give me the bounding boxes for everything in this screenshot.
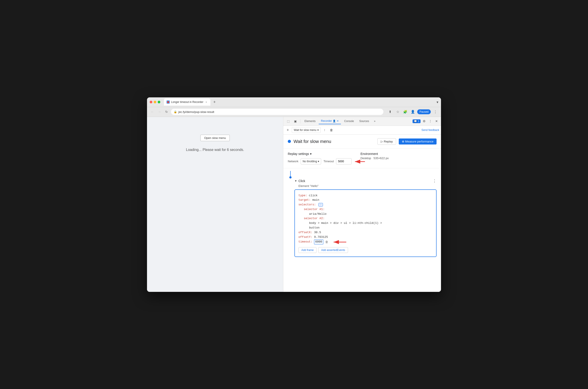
click-step-header[interactable]: ▼ Click ⋮ [294,178,437,183]
step-indicator-dot [289,176,292,178]
step-more-menu[interactable]: ⋮ [433,178,437,183]
forward-button: → [157,109,162,114]
code-selectors-line: selectors: ⬚ [298,202,433,207]
more-options-icon[interactable]: ⋮ [432,109,438,115]
page-content: Open slow menu Loading... Please wait fo… [147,117,283,292]
code-selector1-line: selector #1: [304,207,433,212]
close-traffic-light[interactable] [150,101,152,103]
settings-icon[interactable]: ⚙ [421,119,427,124]
measure-performance-button[interactable]: ⊕ Measure performance [399,138,437,144]
add-recording-btn[interactable]: + [285,127,290,133]
traffic-lights [150,101,160,103]
title-bar: 🔴 Longer timeout in Recorder × + ▾ [147,97,441,107]
minimize-traffic-light[interactable] [154,101,156,103]
step-line-bar [290,171,291,176]
selector-icon-badge[interactable]: ⬚ [318,203,323,206]
tab-elements[interactable]: Elements [302,118,318,124]
new-tab-btn[interactable]: + [211,99,217,105]
delete-btn[interactable]: 🗑 [329,127,334,133]
environment-section: Environment Desktop 535×622 px [360,152,389,160]
reload-button[interactable]: ↻ [164,109,169,114]
step-connector [288,168,437,178]
replay-settings-section: Replay settings ▾ Network No throttling … [283,149,441,168]
step-type-label: Click [298,179,305,183]
timeout-label: Timeout [323,160,334,163]
recording-dot [288,140,291,143]
environment-title: Environment [360,152,389,156]
add-frame-button[interactable]: Add frame [298,247,316,253]
tab-console[interactable]: Console [342,118,356,124]
timeout-input[interactable] [336,158,352,164]
timeout-row [336,158,352,164]
replay-button[interactable]: ▷ Replay [377,138,396,145]
code-selector1-val-line: aria/Hello [309,212,433,217]
devtools-close-icon[interactable]: ✕ [434,119,439,124]
code-offsetY-line: offsetY: 9.703125 [298,235,433,240]
step-line-container [288,170,293,178]
toolbar-icons: ⬆ ☆ 🧩 👤 Paused ⋮ [387,109,438,115]
inspect-icon[interactable]: ⬚ [285,118,291,124]
browser-window: 🔴 Longer timeout in Recorder × + ▾ ← → ↻… [147,97,441,292]
tab-close-recorder[interactable]: ✕ [337,120,339,123]
steps-area: ▼ Click ⋮ Element "Hello" type: click ta… [283,168,441,292]
chat-badge[interactable]: 💬 1 [413,119,420,123]
click-step: ▼ Click ⋮ Element "Hello" type: click ta… [294,178,437,257]
replay-settings-left: Replay settings ▾ Network No throttling … [288,152,352,164]
tab-favicon: 🔴 [167,100,170,104]
extensions-icon[interactable]: 🧩 [402,109,408,115]
add-asserted-events-button[interactable]: Add assertedEvents [318,247,348,253]
code-selector2-val2-line: button [309,226,433,230]
settings-row: Network No throttling ▾ Timeout [288,158,352,164]
tab-title: Longer timeout in Recorder [171,100,203,104]
recording-select[interactable]: Wait for slow menu ▾ [292,127,321,133]
share-icon[interactable]: ⬆ [387,109,393,115]
window-chevron[interactable]: ▾ [437,100,438,104]
recorder-header: Wait for slow menu ▷ Replay ⊕ Measure pe… [283,135,441,149]
lock-icon: 🔒 [174,110,177,113]
back-button: ← [150,109,155,114]
tab-close-btn[interactable]: × [205,100,208,104]
bookmark-icon[interactable]: ☆ [394,109,401,115]
code-offsetX-line: offsetX: 30.5 [298,230,433,235]
network-select[interactable]: No throttling ▾ [301,158,321,164]
step-actions: Add frame Add assertedEvents [298,247,433,253]
url-bar[interactable]: 🔒 jec.fyi/demo/pup-slow-result [171,109,383,115]
environment-value: Desktop 535×622 px [360,157,389,160]
code-target-line: target: main [298,198,433,202]
loading-text: Loading... Please wait for 6 seconds. [186,148,244,152]
main-content: Open slow menu Loading... Please wait fo… [147,117,441,292]
address-bar: ← → ↻ 🔒 jec.fyi/demo/pup-slow-result ⬆ ☆… [147,107,441,117]
paused-button[interactable]: Paused [417,109,431,114]
code-timeout-line: timeout: 6000 🗑 [298,239,433,245]
step-description: Element "Hello" [298,184,437,188]
url-text: jec.fyi/demo/pup-slow-result [178,110,214,114]
tab-bar: 🔴 Longer timeout in Recorder × + [164,98,435,106]
timeout-delete-icon[interactable]: 🗑 [325,240,328,245]
network-label: Network [288,160,298,163]
devtools-topbar: ⬚ ▣ Elements Recorder 👤 ✕ Console Source… [283,117,441,126]
export-btn[interactable]: ↑ [322,127,327,133]
code-type-line: type: click [298,194,433,198]
code-selector2-line: selector #2: [304,216,433,221]
red-arrow-annotation-2 [332,238,347,246]
maximize-traffic-light[interactable] [158,101,160,103]
more-tabs-btn[interactable]: » [372,119,377,124]
tab-recorder[interactable]: Recorder 👤 ✕ [319,118,341,124]
code-block: type: click target: main selectors: ⬚ se… [294,189,437,257]
send-feedback-link[interactable]: Send feedback [421,129,439,131]
step-collapse-arrow: ▼ [294,179,297,183]
tab-sources[interactable]: Sources [357,118,371,124]
recorder-toolbar: + Wait for slow menu ▾ ↑ 🗑 Send feedback [283,126,441,135]
profile-icon[interactable]: 👤 [410,109,416,115]
device-icon[interactable]: ▣ [292,118,298,124]
code-selector2-val-line: body > main > div > ul > li:nth-child(1)… [309,221,433,226]
active-tab[interactable]: 🔴 Longer timeout in Recorder × [164,98,210,106]
replay-settings-title[interactable]: Replay settings ▾ [288,152,352,156]
recorder-content: + Wait for slow menu ▾ ↑ 🗑 Send feedback… [283,126,441,292]
devtools-panel: ⬚ ▣ Elements Recorder 👤 ✕ Console Source… [283,117,441,292]
paused-label: Paused [419,110,429,113]
recording-title: Wait for slow menu [294,139,375,144]
devtools-more-icon[interactable]: ⋮ [428,119,433,124]
open-slow-menu-button[interactable]: Open slow menu [200,135,230,141]
